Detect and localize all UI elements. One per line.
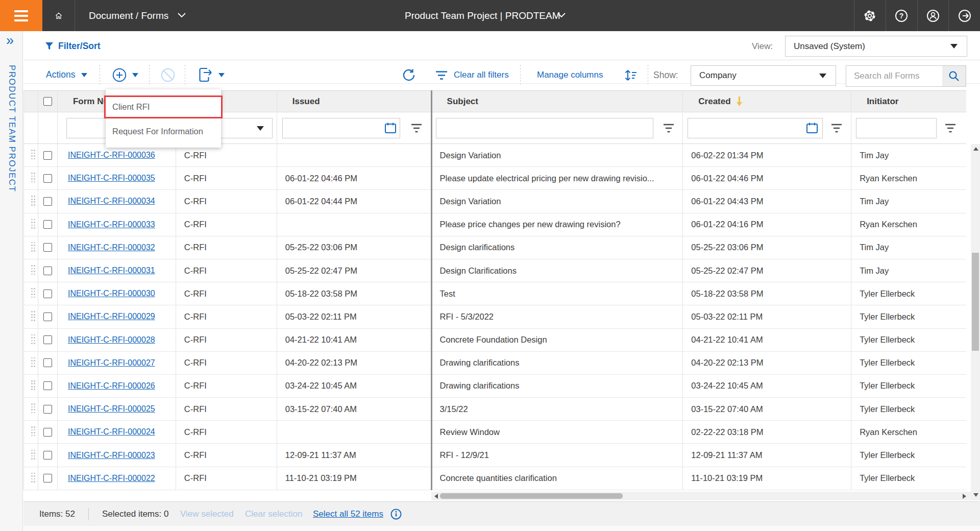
menu-item-client-rfi[interactable]: Client RFI: [104, 95, 223, 118]
logout-button[interactable]: [948, 0, 980, 31]
header-issued[interactable]: Issued: [277, 91, 432, 112]
help-button[interactable]: ?: [886, 0, 917, 31]
form-number-link[interactable]: INEIGHT-C-RFI-000028: [58, 335, 155, 345]
form-number-link[interactable]: INEIGHT-C-RFI-000027: [58, 358, 155, 368]
search-input[interactable]: Search all Forms: [846, 65, 966, 87]
subject-filter-menu-icon[interactable]: [663, 124, 675, 133]
refresh-button[interactable]: [402, 68, 416, 82]
row-checkbox[interactable]: [38, 190, 58, 212]
drag-handle-icon[interactable]: [31, 380, 36, 392]
cell-type: C-RFI: [176, 213, 277, 236]
header-subject[interactable]: Subject: [432, 91, 683, 112]
created-filter-menu-icon[interactable]: [830, 124, 843, 133]
drag-handle-icon[interactable]: [31, 357, 36, 369]
hamburger-menu-button[interactable]: [0, 0, 42, 31]
drag-handle-icon[interactable]: [31, 150, 36, 161]
row-checkbox[interactable]: [38, 398, 58, 420]
initiator-filter-menu-icon[interactable]: [944, 124, 957, 133]
drag-handle-icon[interactable]: [31, 196, 36, 207]
form-number-link[interactable]: INEIGHT-C-RFI-000035: [58, 174, 155, 183]
scroll-down-arrow-icon[interactable]: [973, 493, 978, 497]
subject-filter-input[interactable]: [436, 118, 653, 138]
form-number-link[interactable]: INEIGHT-C-RFI-000032: [58, 243, 155, 252]
drag-handle-icon[interactable]: [31, 450, 36, 461]
row-checkbox[interactable]: [38, 213, 58, 236]
row-checkbox[interactable]: [38, 259, 58, 282]
project-title[interactable]: Product Team Project | PRODTEAM: [405, 0, 560, 31]
drag-handle-icon[interactable]: [31, 288, 36, 299]
home-button[interactable]: [42, 0, 75, 31]
table-row: INEIGHT-C-RFI-000030C-RFI05-18-22 03:58 …: [24, 282, 966, 305]
row-checkbox[interactable]: [38, 305, 58, 328]
row-checkbox[interactable]: [38, 352, 58, 374]
form-number-link[interactable]: INEIGHT-C-RFI-000025: [58, 404, 155, 414]
account-button[interactable]: [917, 0, 949, 31]
row-checkbox[interactable]: [38, 329, 58, 351]
issued-filter-input[interactable]: [282, 118, 400, 138]
row-checkbox[interactable]: [38, 282, 58, 305]
actions-button[interactable]: Actions: [46, 69, 87, 80]
calendar-icon[interactable]: [806, 122, 818, 134]
cell-initiator: Tim Jay: [851, 190, 966, 212]
header-initiator[interactable]: Initiator: [851, 91, 966, 112]
project-chevron-down-icon[interactable]: [556, 11, 567, 19]
row-checkbox[interactable]: [38, 144, 58, 166]
module-chevron-down-icon[interactable]: [177, 11, 187, 19]
row-checkbox[interactable]: [38, 375, 58, 397]
row-checkbox[interactable]: [38, 421, 58, 443]
form-number-link[interactable]: INEIGHT-C-RFI-000024: [58, 427, 155, 437]
created-filter-input[interactable]: [688, 118, 823, 138]
drag-handle-icon[interactable]: [31, 426, 36, 438]
form-number-link[interactable]: INEIGHT-C-RFI-000026: [58, 381, 155, 391]
scroll-left-arrow-icon[interactable]: [434, 494, 438, 499]
cell-issued: [277, 421, 432, 443]
clear-all-filters-button[interactable]: Clear all filters: [435, 70, 509, 80]
form-number-link[interactable]: INEIGHT-C-RFI-000022: [58, 474, 155, 483]
drag-handle-icon[interactable]: [31, 265, 36, 276]
form-number-link[interactable]: INEIGHT-C-RFI-000023: [58, 451, 155, 460]
cell-form-number: INEIGHT-C-RFI-000032: [58, 236, 176, 259]
drag-handle-icon[interactable]: [31, 311, 36, 322]
drag-handle-icon[interactable]: [31, 334, 36, 346]
form-number-link[interactable]: INEIGHT-C-RFI-000030: [58, 289, 155, 298]
form-number-link[interactable]: INEIGHT-C-RFI-000031: [58, 266, 155, 275]
export-button[interactable]: [197, 67, 225, 83]
show-select[interactable]: Company: [691, 65, 836, 86]
scroll-right-arrow-icon[interactable]: [963, 494, 966, 499]
horizontal-scrollbar-thumb[interactable]: [440, 493, 623, 499]
settings-button[interactable]: [854, 0, 886, 31]
drag-handle-icon[interactable]: [31, 473, 36, 484]
select-all-link[interactable]: Select all 52 items: [313, 502, 383, 526]
drag-handle-icon[interactable]: [31, 403, 36, 415]
view-select[interactable]: Unsaved (System): [785, 36, 967, 57]
row-checkbox[interactable]: [38, 467, 58, 490]
row-checkbox[interactable]: [38, 236, 58, 259]
issued-filter-menu-icon[interactable]: [410, 124, 423, 133]
drag-handle-icon[interactable]: [31, 219, 36, 230]
initiator-filter-input[interactable]: [856, 118, 937, 138]
row-checkbox[interactable]: [38, 444, 58, 466]
search-submit-button[interactable]: [942, 66, 966, 86]
select-all-checkbox[interactable]: [38, 91, 58, 112]
calendar-icon[interactable]: [384, 122, 397, 134]
filter-sort-button[interactable]: Filter/Sort: [45, 41, 101, 52]
top-navigation-bar: Document / Forms Product Team Project | …: [0, 0, 980, 31]
drag-handle-icon[interactable]: [31, 242, 36, 253]
menu-item-request-for-information[interactable]: Request For Information: [106, 118, 221, 144]
sidebar-expand-icon[interactable]: »: [6, 34, 13, 47]
cell-created: 05-25-22 02:47 PM: [683, 259, 851, 282]
vertical-scrollbar-thumb[interactable]: [972, 253, 979, 351]
form-number-link[interactable]: INEIGHT-C-RFI-000034: [58, 197, 155, 206]
form-number-link[interactable]: INEIGHT-C-RFI-000029: [58, 312, 155, 321]
drag-handle-icon[interactable]: [31, 173, 36, 184]
sort-order-button[interactable]: [624, 68, 638, 82]
row-checkbox[interactable]: [38, 167, 58, 189]
form-number-link[interactable]: INEIGHT-C-RFI-000033: [58, 220, 155, 229]
info-icon[interactable]: [390, 509, 402, 520]
scroll-up-arrow-icon[interactable]: [973, 147, 978, 151]
form-number-link[interactable]: INEIGHT-C-RFI-000036: [58, 151, 155, 160]
header-created[interactable]: Created: [683, 91, 851, 112]
module-breadcrumb[interactable]: Document / Forms: [89, 0, 168, 31]
add-form-button[interactable]: [112, 68, 138, 82]
manage-columns-button[interactable]: Manage columns: [537, 70, 603, 80]
